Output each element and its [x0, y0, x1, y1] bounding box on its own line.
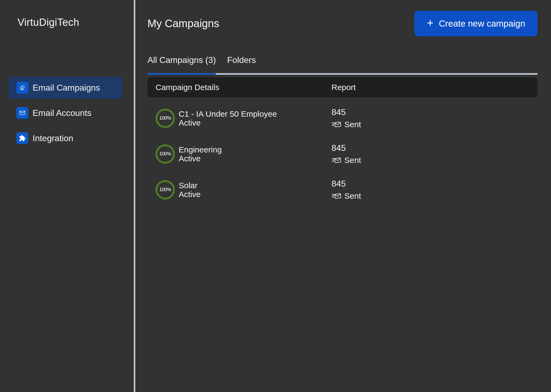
campaign-status: Active — [179, 154, 222, 163]
envelope-icon — [16, 107, 28, 119]
progress-value: 100% — [159, 151, 171, 157]
sidebar-nav: Email Campaigns Email Accounts — [9, 77, 122, 149]
sidebar-item-email-accounts[interactable]: Email Accounts — [9, 102, 122, 124]
column-report: Report — [331, 83, 538, 92]
progress-value: 100% — [159, 115, 171, 121]
topbar: My Campaigns + Create new campaign — [147, 11, 538, 36]
main-content: My Campaigns + Create new campaign All C… — [135, 0, 551, 392]
campaign-row[interactable]: 100% Engineering Active 845 — [147, 136, 538, 172]
sent-count: 845 — [331, 143, 538, 153]
tab-all-campaigns[interactable]: All Campaigns (3) — [147, 55, 216, 73]
sent-label: Sent — [344, 156, 361, 165]
sent-count: 845 — [331, 107, 538, 117]
tabs: All Campaigns (3) Folders — [147, 55, 538, 75]
puzzle-icon — [16, 132, 28, 144]
create-campaign-button[interactable]: + Create new campaign — [414, 11, 538, 36]
megaphone-icon — [16, 82, 28, 94]
table-header: Campaign Details Report — [147, 77, 538, 97]
column-campaign-details: Campaign Details — [156, 83, 331, 92]
sidebar-item-email-campaigns[interactable]: Email Campaigns — [9, 77, 122, 99]
create-campaign-label: Create new campaign — [439, 19, 525, 29]
send-icon — [331, 192, 342, 200]
campaign-row[interactable]: 100% Solar Active 845 — [147, 172, 538, 208]
progress-ring: 100% — [156, 144, 175, 164]
campaign-report-cell: 845 — [331, 179, 538, 201]
sent-label: Sent — [344, 120, 361, 129]
campaign-name: Solar — [179, 181, 201, 190]
campaign-report-cell: 845 — [331, 107, 538, 129]
campaign-report-cell: 845 — [331, 143, 538, 165]
send-icon — [331, 120, 342, 129]
campaign-row[interactable]: 100% C1 - IA Under 50 Employee Active 84… — [147, 100, 538, 136]
campaign-status: Active — [179, 118, 277, 127]
brand-logo: VirtuDigiTech — [17, 17, 134, 28]
sidebar-item-label: Email Accounts — [33, 108, 91, 118]
campaign-details-cell: 100% Engineering Active — [156, 144, 331, 164]
sidebar-item-label: Email Campaigns — [33, 83, 100, 93]
sent-label: Sent — [344, 191, 361, 201]
progress-ring: 100% — [156, 109, 175, 128]
page-title: My Campaigns — [147, 17, 219, 30]
campaign-details-cell: 100% C1 - IA Under 50 Employee Active — [156, 109, 331, 128]
plus-icon: + — [427, 17, 433, 29]
progress-value: 100% — [159, 187, 171, 193]
campaign-name: C1 - IA Under 50 Employee — [179, 109, 277, 118]
campaign-details-cell: 100% Solar Active — [156, 180, 331, 199]
campaign-status: Active — [179, 190, 201, 199]
tab-folders[interactable]: Folders — [227, 55, 256, 73]
campaign-name: Engineering — [179, 145, 222, 154]
sidebar: VirtuDigiTech Email Campaigns — [0, 0, 134, 392]
sent-count: 845 — [331, 179, 538, 189]
app-root: VirtuDigiTech Email Campaigns — [0, 0, 551, 392]
send-icon — [331, 156, 342, 164]
sidebar-item-integration[interactable]: Integration — [9, 127, 122, 149]
campaign-list: 100% C1 - IA Under 50 Employee Active 84… — [147, 97, 538, 208]
progress-ring: 100% — [156, 180, 175, 199]
sidebar-item-label: Integration — [33, 133, 73, 143]
